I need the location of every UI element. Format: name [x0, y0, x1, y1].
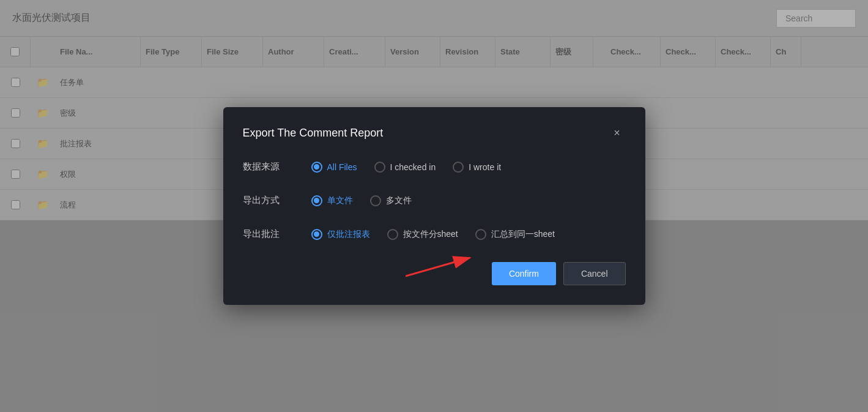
radio-label-by-file-sheet: 按文件分sheet [403, 229, 458, 240]
radio-circle-summary-sheet [475, 229, 486, 240]
radio-label-summary-sheet: 汇总到同一sheet [491, 229, 555, 240]
radio-label-i-checked-in: I checked in [390, 162, 436, 172]
radio-circle-i-checked-in [374, 162, 385, 173]
radio-i-checked-in[interactable]: I checked in [374, 162, 436, 173]
confirm-button[interactable]: Confirm [492, 262, 556, 285]
red-arrow-icon [406, 249, 479, 279]
radio-circle-single-file [311, 195, 322, 206]
radio-group-export-method: 单文件 多文件 [311, 195, 412, 206]
radio-label-all-files: All Files [327, 162, 357, 172]
section-data-source-label: 数据来源 [243, 161, 292, 173]
section-export-annotation-label: 导出批注 [243, 228, 292, 240]
radio-label-annotation-report: 仅批注报表 [327, 229, 370, 240]
radio-circle-annotation-report [311, 229, 322, 240]
radio-by-file-sheet[interactable]: 按文件分sheet [387, 229, 458, 240]
radio-label-single-file: 单文件 [327, 195, 353, 206]
radio-dot-single-file [314, 198, 319, 203]
radio-dot-all-files [314, 164, 319, 170]
radio-annotation-report[interactable]: 仅批注报表 [311, 229, 370, 240]
modal-footer: Confirm Cancel [243, 262, 626, 285]
modal-title: Export The Comment Report [243, 127, 384, 140]
radio-circle-i-wrote-it [453, 162, 464, 173]
svg-line-1 [406, 258, 470, 276]
radio-all-files[interactable]: All Files [311, 162, 357, 173]
radio-dot-annotation-report [314, 231, 319, 237]
modal-header: Export The Comment Report × [243, 124, 626, 141]
radio-circle-all-files [311, 162, 322, 173]
radio-multi-file[interactable]: 多文件 [370, 195, 412, 206]
section-export-method-label: 导出方式 [243, 195, 292, 206]
radio-i-wrote-it[interactable]: I wrote it [453, 162, 501, 173]
cancel-button[interactable]: Cancel [563, 262, 626, 285]
radio-label-multi-file: 多文件 [386, 195, 412, 206]
section-export-annotation: 导出批注 仅批注报表 按文件分sheet 汇总到同一sheet [243, 228, 626, 240]
radio-circle-by-file-sheet [387, 229, 398, 240]
section-export-method: 导出方式 单文件 多文件 [243, 195, 626, 206]
radio-single-file[interactable]: 单文件 [311, 195, 353, 206]
modal-close-button[interactable]: × [609, 124, 626, 141]
modal-overlay: Export The Comment Report × 数据来源 All Fil… [0, 0, 868, 412]
radio-label-i-wrote-it: I wrote it [469, 162, 501, 172]
radio-summary-sheet[interactable]: 汇总到同一sheet [475, 229, 555, 240]
radio-circle-multi-file [370, 195, 381, 206]
radio-group-data-source: All Files I checked in I wrote it [311, 162, 502, 173]
export-comment-modal: Export The Comment Report × 数据来源 All Fil… [223, 107, 645, 305]
section-data-source: 数据来源 All Files I checked in I wrote it [243, 161, 626, 173]
radio-group-export-annotation: 仅批注报表 按文件分sheet 汇总到同一sheet [311, 229, 555, 240]
